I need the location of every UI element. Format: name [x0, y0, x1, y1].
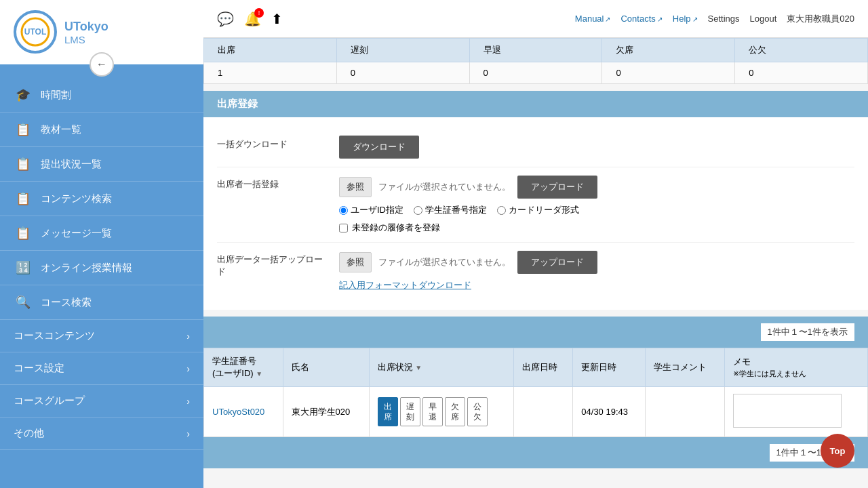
status-btn-absent[interactable]: 欠席 — [445, 397, 465, 426]
chat-icon[interactable]: 💬 — [217, 11, 234, 27]
summary-table: 出席 遅刻 早退 欠席 公欠 1 0 0 0 0 — [203, 38, 868, 84]
upload-button-2[interactable]: アップロード — [517, 251, 597, 274]
sidebar-item-other[interactable]: その他 › — [0, 418, 203, 450]
svg-text:UTOL: UTOL — [24, 27, 46, 37]
help-link[interactable]: Help — [673, 14, 698, 24]
contacts-link[interactable]: Contacts — [620, 14, 662, 24]
status-cell: 出席 遅刻 早退 欠席 公欠 — [369, 387, 513, 437]
data-header-bar: 1件中１〜1件を表示 — [203, 317, 868, 348]
top-button[interactable]: Top — [821, 434, 854, 468]
status-btn-early-leave[interactable]: 早退 — [422, 397, 443, 426]
download-button[interactable]: ダウンロード — [339, 136, 419, 159]
count-text: 1件中１〜1件を表示 — [761, 323, 854, 341]
bulk-register-row: 出席者一括登録 参照 ファイルが選択されていません。 アップロード ユーザID指… — [217, 167, 854, 243]
bulk-download-controls: ダウンロード — [339, 136, 854, 159]
content-search-icon: 📋 — [14, 191, 33, 206]
col-attendance: 出席 — [204, 39, 337, 62]
sidebar-item-messages[interactable]: 📋 メッセージ一覧 — [0, 216, 203, 251]
th-status: 出席状況 ▼ — [369, 348, 513, 387]
settings-link[interactable]: Settings — [708, 14, 740, 24]
th-memo: メモ※学生には見えません — [725, 348, 868, 387]
sidebar-item-content-search[interactable]: 📋 コンテンツ検索 — [0, 182, 203, 216]
upload-button-1[interactable]: アップロード — [517, 176, 597, 199]
sidebar-item-materials[interactable]: 📋 教材一覧 — [0, 113, 203, 147]
messages-icon: 📋 — [14, 226, 33, 241]
utokyo-label: UTokyo — [64, 20, 108, 34]
logo-area: UTOL UTokyo LMS ← — [0, 0, 203, 64]
sidebar-item-course-content[interactable]: コースコンテンツ › — [0, 320, 203, 352]
notification-badge: ! — [254, 8, 264, 18]
updated-date-cell: 04/30 19:43 — [573, 387, 646, 437]
section-body: 一括ダウンロード ダウンロード 出席者一括登録 参照 ファイルが選択されていませ… — [203, 117, 868, 310]
val-early-leave: 0 — [469, 62, 602, 84]
sidebar-item-online-info[interactable]: 🔢 オンライン授業情報 — [0, 251, 203, 285]
unregistered-checkbox[interactable]: 未登録の履修者を登録 — [339, 222, 440, 234]
ref-button-2[interactable]: 参照 — [339, 252, 372, 272]
val-absent: 0 — [602, 62, 735, 84]
bulk-upload-row: 出席データ一括アップロード 参照 ファイルが選択されていません。 アップロード … — [217, 243, 854, 300]
main-content: 💬 🔔 ! ⬆ Manual Contacts Help Settings Lo… — [203, 0, 868, 488]
th-name: 氏名 — [283, 348, 369, 387]
col-early-leave: 早退 — [469, 39, 602, 62]
chevron-icon: › — [186, 331, 190, 342]
status-btn-late[interactable]: 遅刻 — [400, 397, 420, 426]
bulk-upload-controls: 参照 ファイルが選択されていません。 アップロード 記入用フォーマットダウンロー… — [339, 251, 854, 291]
student-id-link[interactable]: UTokyoSt020 — [212, 407, 264, 417]
content-scroll: 出席 遅刻 早退 欠席 公欠 1 0 0 0 0 出席登録 — [203, 38, 868, 488]
topbar: 💬 🔔 ! ⬆ Manual Contacts Help Settings Lo… — [203, 0, 868, 38]
back-button[interactable]: ← — [90, 52, 114, 77]
radio-group: ユーザID指定 学生証番号指定 カードリーダ形式 — [339, 204, 854, 216]
col-late: 遅刻 — [336, 39, 469, 62]
nav-items: 🎓 時間割 📋 教材一覧 📋 提出状況一覧 📋 コンテンツ検索 📋 メッセージ一… — [0, 78, 203, 450]
ref-button-1[interactable]: 参照 — [339, 177, 372, 197]
student-comment-cell — [645, 387, 724, 437]
radio-student-id-label: 学生証番号指定 — [425, 204, 487, 216]
logout-link[interactable]: Logout — [750, 14, 777, 24]
memo-textarea[interactable] — [733, 394, 842, 428]
col-excused: 公欠 — [735, 39, 868, 62]
status-buttons: 出席 遅刻 早退 欠席 公欠 — [378, 397, 505, 426]
status-btn-attendance[interactable]: 出席 — [378, 397, 398, 426]
th-date: 出席日時 — [513, 348, 573, 387]
no-file-text-2: ファイルが選択されていません。 — [378, 256, 511, 268]
sidebar-item-timetable[interactable]: 🎓 時間割 — [0, 78, 203, 113]
student-name-cell: 東大用学生020 — [283, 387, 369, 437]
topbar-icons: 💬 🔔 ! ⬆ — [217, 11, 283, 27]
section-header: 出席登録 — [203, 91, 868, 117]
radio-userid-label: ユーザID指定 — [351, 204, 403, 216]
notification-icon[interactable]: 🔔 ! — [244, 11, 261, 27]
val-late: 0 — [336, 62, 469, 84]
radio-userid[interactable]: ユーザID指定 — [339, 204, 403, 216]
student-id-cell: UTokyoSt020 — [204, 387, 283, 437]
submissions-icon: 📋 — [14, 157, 33, 171]
rank-icon[interactable]: ⬆ — [271, 11, 283, 27]
online-info-icon: 🔢 — [14, 260, 33, 275]
status-btn-excused[interactable]: 公欠 — [467, 397, 488, 426]
lms-label: LMS — [64, 34, 108, 45]
sidebar-item-course-search[interactable]: 🔍 コース検索 — [0, 285, 203, 320]
checkbox-label: 未登録の履修者を登録 — [352, 222, 440, 234]
bulk-download-row: 一括ダウンロード ダウンロード — [217, 127, 854, 167]
sidebar-item-submissions[interactable]: 📋 提出状況一覧 — [0, 147, 203, 182]
materials-icon: 📋 — [14, 122, 33, 137]
no-file-text-1: ファイルが選択されていません。 — [378, 181, 511, 193]
radio-card-reader[interactable]: カードリーダ形式 — [497, 204, 579, 216]
format-download-link[interactable]: 記入用フォーマットダウンロード — [339, 279, 471, 291]
data-section: 1件中１〜1件を表示 学生証番号(ユーザID) ▼ 氏名 出席状況 ▼ 出席日時… — [203, 317, 868, 468]
chevron-icon: › — [186, 428, 190, 439]
bottom-bar: 1件中１〜1件を表 — [203, 437, 868, 468]
chevron-icon: › — [186, 363, 190, 374]
sidebar-item-course-settings[interactable]: コース設定 › — [0, 352, 203, 385]
bulk-register-controls: 参照 ファイルが選択されていません。 アップロード ユーザID指定 学 — [339, 176, 854, 234]
attendance-date-cell — [513, 387, 573, 437]
manual-link[interactable]: Manual — [575, 14, 611, 24]
th-student-id: 学生証番号(ユーザID) ▼ — [204, 348, 283, 387]
col-absent: 欠席 — [602, 39, 735, 62]
sidebar-item-course-group[interactable]: コースグループ › — [0, 385, 203, 418]
chevron-icon: › — [186, 396, 190, 407]
data-table: 学生証番号(ユーザID) ▼ 氏名 出席状況 ▼ 出席日時 更新日時 学生コメン… — [203, 348, 868, 437]
radio-student-id[interactable]: 学生証番号指定 — [414, 204, 487, 216]
table-row: UTokyoSt020 東大用学生020 出席 遅刻 早退 欠席 公欠 — [204, 387, 868, 437]
logo: UTOL — [14, 10, 58, 54]
course-search-icon: 🔍 — [14, 295, 33, 310]
